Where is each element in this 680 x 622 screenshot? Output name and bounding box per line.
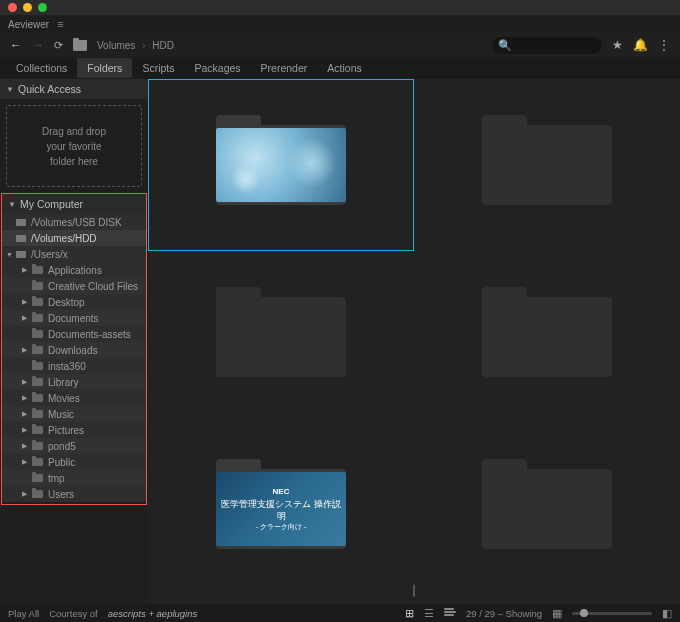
sidebar-folder-item[interactable]: Movies bbox=[2, 390, 146, 406]
quick-access-header[interactable]: Quick Access bbox=[0, 79, 148, 99]
view-list-button[interactable]: ☰ bbox=[424, 607, 434, 620]
chevron-right-icon bbox=[22, 410, 30, 418]
drive-icon bbox=[16, 235, 26, 242]
folder-label: Public bbox=[48, 457, 75, 468]
volume-item-hdd[interactable]: /Volumes/HDD bbox=[2, 230, 146, 246]
sidebar-folder-item[interactable]: Desktop bbox=[2, 294, 146, 310]
sidebar-folder-item[interactable]: Music bbox=[2, 406, 146, 422]
breadcrumb-root[interactable]: Volumes bbox=[97, 40, 135, 51]
folder-item[interactable] bbox=[414, 423, 680, 595]
chevron-right-icon bbox=[22, 442, 30, 450]
nec-brand: NEC bbox=[273, 487, 290, 497]
volume-label: /Volumes/HDD bbox=[31, 233, 97, 244]
folder-label: Documents-assets bbox=[48, 329, 131, 340]
tab-collections[interactable]: Collections bbox=[6, 58, 77, 78]
my-computer-header[interactable]: My Computer bbox=[2, 194, 146, 214]
folder-label: insta360 bbox=[48, 361, 86, 372]
play-all-button[interactable]: Play All bbox=[8, 608, 39, 619]
window-titlebar bbox=[0, 0, 680, 15]
chevron-right-icon bbox=[22, 314, 30, 322]
sidebar-folder-item[interactable]: Downloads bbox=[2, 342, 146, 358]
slider-thumb[interactable] bbox=[580, 609, 588, 617]
folder-icon bbox=[32, 378, 43, 386]
zoom-slider[interactable] bbox=[572, 612, 652, 615]
chevron-right-icon bbox=[22, 426, 30, 434]
user-root[interactable]: /Users/x bbox=[2, 246, 146, 262]
sidebar-folder-item[interactable]: Documents bbox=[2, 310, 146, 326]
statusbar: Play All Courtesy of aescripts + aeplugi… bbox=[0, 604, 680, 622]
scroll-indicator: ┃ bbox=[411, 585, 417, 596]
toolbar: ← → ⟳ Volumes › HDD 🔍 ★ 🔔 ⋮ bbox=[0, 33, 680, 57]
folder-item[interactable]: NEC 医学管理支援システム 操作説明 - クラーク向け - bbox=[148, 423, 414, 595]
sidebar-folder-item[interactable]: tmp bbox=[2, 470, 146, 486]
folder-icon bbox=[32, 442, 43, 450]
nec-line2: - クラーク向け - bbox=[256, 522, 307, 531]
maximize-window-button[interactable] bbox=[38, 3, 47, 12]
chevron-down-icon bbox=[6, 85, 14, 94]
folder-item-selected[interactable] bbox=[148, 79, 414, 251]
minimize-window-button[interactable] bbox=[23, 3, 32, 12]
tab-packages[interactable]: Packages bbox=[184, 58, 250, 78]
forward-button[interactable]: → bbox=[32, 38, 44, 52]
drop-line2: your favorite bbox=[46, 139, 101, 154]
search-input[interactable]: 🔍 bbox=[492, 37, 602, 54]
folder-icon bbox=[32, 474, 43, 482]
view-grid-button[interactable]: ⊞ bbox=[405, 607, 414, 620]
chevron-right-icon bbox=[22, 346, 30, 354]
sidebar-folder-item[interactable]: Applications bbox=[2, 262, 146, 278]
app-name: Aeviewer bbox=[8, 19, 49, 30]
folder-item[interactable] bbox=[414, 79, 680, 251]
drop-zone[interactable]: Drag and drop your favorite folder here bbox=[6, 105, 142, 187]
folder-icon bbox=[32, 282, 43, 290]
folder-icon bbox=[32, 458, 43, 466]
sidebar-folder-item[interactable]: Creative Cloud Files bbox=[2, 278, 146, 294]
more-icon[interactable]: ⋮ bbox=[658, 38, 670, 52]
notifications-icon[interactable]: 🔔 bbox=[633, 38, 648, 52]
sidebar-folder-item[interactable]: Pictures bbox=[2, 422, 146, 438]
sidebar-folder-item[interactable]: Library bbox=[2, 374, 146, 390]
highlighted-tree: My Computer /Volumes/USB DISK /Volumes/H… bbox=[1, 193, 147, 505]
folder-label: Creative Cloud Files bbox=[48, 281, 138, 292]
folder-icon-large bbox=[482, 297, 612, 377]
breadcrumb[interactable]: Volumes › HDD bbox=[97, 40, 174, 51]
tab-prerender[interactable]: Prerender bbox=[251, 58, 318, 78]
courtesy-label: Courtesy of bbox=[49, 608, 98, 619]
folder-item[interactable] bbox=[148, 251, 414, 423]
folder-icon bbox=[32, 314, 43, 322]
folder-label: Documents bbox=[48, 313, 99, 324]
folder-label: Pictures bbox=[48, 425, 84, 436]
tab-actions[interactable]: Actions bbox=[317, 58, 371, 78]
close-window-button[interactable] bbox=[8, 3, 17, 12]
back-button[interactable]: ← bbox=[10, 38, 22, 52]
chevron-down-icon bbox=[8, 200, 16, 209]
sidebar-folder-item[interactable]: Documents-assets bbox=[2, 326, 146, 342]
breadcrumb-separator: › bbox=[142, 40, 145, 51]
folder-icon bbox=[73, 40, 87, 51]
refresh-button[interactable]: ⟳ bbox=[54, 39, 63, 52]
folder-icon bbox=[32, 394, 43, 402]
layers-icon[interactable] bbox=[444, 608, 456, 618]
folder-label: pond5 bbox=[48, 441, 76, 452]
folder-item[interactable] bbox=[414, 251, 680, 423]
drop-line1: Drag and drop bbox=[42, 124, 106, 139]
app-menu-button[interactable]: ≡ bbox=[57, 18, 63, 30]
breadcrumb-current[interactable]: HDD bbox=[152, 40, 174, 51]
folder-icon bbox=[32, 330, 43, 338]
chevron-right-icon bbox=[22, 458, 30, 466]
tab-scripts[interactable]: Scripts bbox=[132, 58, 184, 78]
app-title-bar: Aeviewer ≡ bbox=[0, 15, 680, 33]
folder-icon bbox=[32, 490, 43, 498]
favorite-icon[interactable]: ★ bbox=[612, 38, 623, 52]
layout-toggle[interactable]: ◧ bbox=[662, 607, 672, 620]
brand-link[interactable]: aescripts + aeplugins bbox=[108, 608, 198, 619]
content-area: NEC 医学管理支援システム 操作説明 - クラーク向け - ┃ bbox=[148, 79, 680, 604]
sidebar-folder-item[interactable]: pond5 bbox=[2, 438, 146, 454]
sidebar-folder-item[interactable]: Public bbox=[2, 454, 146, 470]
tab-folders[interactable]: Folders bbox=[77, 58, 132, 78]
volume-item-usb[interactable]: /Volumes/USB DISK bbox=[2, 214, 146, 230]
sidebar-folder-item[interactable]: insta360 bbox=[2, 358, 146, 374]
folder-thumbnail bbox=[216, 128, 346, 202]
quick-access-label: Quick Access bbox=[18, 83, 81, 95]
sidebar-folder-item[interactable]: Users bbox=[2, 486, 146, 502]
folder-icon bbox=[32, 346, 43, 354]
